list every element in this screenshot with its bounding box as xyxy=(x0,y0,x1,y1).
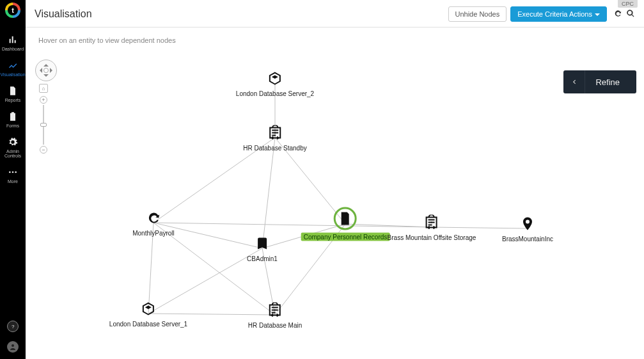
execute-criteria-actions-button[interactable]: Execute Criteria Actions xyxy=(510,6,607,22)
app-logo xyxy=(5,3,20,18)
pan-down-icon[interactable] xyxy=(43,74,49,79)
pan-left-icon[interactable] xyxy=(37,68,42,73)
graph-node-label: HR Database Main xyxy=(248,322,302,329)
sidebar-item-admin[interactable]: Admin Controls xyxy=(0,132,26,162)
more-icon xyxy=(8,167,18,177)
cube-icon xyxy=(266,70,284,88)
svg-point-0 xyxy=(9,172,11,173)
badge-icon xyxy=(253,235,271,253)
user-avatar-icon[interactable] xyxy=(7,341,19,353)
db-icon xyxy=(266,301,284,319)
sidebar-item-reports[interactable]: Reports xyxy=(0,81,26,106)
refine-label: Refine xyxy=(585,77,636,87)
sidebar-item-forms[interactable]: Forms xyxy=(0,106,26,132)
graph-node-cpr[interactable]: Company Personnel Records xyxy=(301,207,390,241)
graph-node-ldb1[interactable]: London Database Server_1 xyxy=(109,300,187,328)
graph-node-label: London Database Server_2 xyxy=(236,90,314,97)
svg-point-20 xyxy=(274,132,276,134)
page-header: Visualisation Unhide Nodes Execute Crite… xyxy=(26,5,644,28)
sidebar-item-label: Dashboard xyxy=(2,47,24,51)
graph-node-label: Company Personnel Records xyxy=(301,233,390,241)
db-icon xyxy=(423,214,441,232)
chevron-left-icon xyxy=(563,70,585,93)
sidebar-item-label: Forms xyxy=(6,124,19,128)
zoom-out-button[interactable]: − xyxy=(40,146,47,154)
sidebar-item-label: Visualisation xyxy=(0,72,25,77)
graph-node-bmi[interactable]: BrassMountainInc xyxy=(502,215,553,243)
graph-node-label: Brass Mountain Offsite Storage xyxy=(388,234,476,241)
svg-line-7 xyxy=(262,138,275,248)
graph-node-label: CBAdmin1 xyxy=(247,255,278,262)
graph-node-mpay[interactable]: MonthlyPayroll xyxy=(132,209,175,237)
zoom-track[interactable] xyxy=(43,105,44,145)
pin-icon xyxy=(519,215,537,233)
binfile-icon xyxy=(334,207,357,230)
file-icon xyxy=(8,86,18,96)
zoom-in-button[interactable]: + xyxy=(40,96,47,104)
svg-text:?: ? xyxy=(12,324,15,330)
search-icon[interactable] xyxy=(626,9,635,20)
help-icon[interactable]: ? xyxy=(7,321,19,332)
pan-right-icon[interactable] xyxy=(50,68,55,73)
clipboard-icon xyxy=(8,111,18,122)
graph-node-cbad[interactable]: CBAdmin1 xyxy=(247,235,278,262)
sidebar-item-visualisation[interactable]: Visualisation xyxy=(0,55,26,81)
sidebar-item-label: Admin Controls xyxy=(0,149,26,158)
graph-node-bmos[interactable]: Brass Mountain Offsite Storage xyxy=(388,214,476,241)
graph-node-label: London Database Server_1 xyxy=(109,321,187,328)
graph-canvas[interactable]: Hover on an entity to view dependent nod… xyxy=(26,28,644,359)
graph-node-label: MonthlyPayroll xyxy=(132,230,175,237)
sidebar-item-label: Reports xyxy=(5,98,21,102)
svg-point-2 xyxy=(15,172,17,173)
svg-point-4 xyxy=(12,344,14,347)
trend-icon xyxy=(8,60,18,70)
graph-node-label: HR Database Standby xyxy=(243,145,307,152)
pan-control[interactable] xyxy=(35,60,57,81)
cycle-icon xyxy=(145,209,162,227)
sidebar: Dashboard Visualisation Reports Forms Ad… xyxy=(0,0,26,359)
graph-node-ldb2[interactable]: London Database Server_2 xyxy=(236,70,314,97)
gear-icon xyxy=(8,137,18,147)
svg-point-1 xyxy=(12,172,14,173)
unhide-nodes-button[interactable]: Unhide Nodes xyxy=(448,6,507,22)
graph-node-label: BrassMountainInc xyxy=(502,235,553,243)
sidebar-item-label: More xyxy=(8,179,18,184)
graph-node-hrsb[interactable]: HR Database Standby xyxy=(243,124,307,152)
sidebar-item-more[interactable]: More xyxy=(0,162,26,187)
cube-icon xyxy=(139,300,157,318)
db-icon xyxy=(266,124,284,142)
pan-up-icon[interactable] xyxy=(43,61,49,67)
zoom-control[interactable]: + − xyxy=(42,96,45,154)
page-title: Visualisation xyxy=(35,8,92,20)
refresh-icon[interactable] xyxy=(613,9,622,20)
svg-point-22 xyxy=(274,310,276,311)
svg-point-21 xyxy=(431,222,432,223)
fit-view-button[interactable]: ⌂ xyxy=(39,84,48,93)
sidebar-item-dashboard[interactable]: Dashboard xyxy=(0,29,26,55)
chart-bar-icon xyxy=(8,35,18,45)
zoom-handle[interactable] xyxy=(40,123,47,127)
graph-node-hrmn[interactable]: HR Database Main xyxy=(248,301,302,329)
refine-panel-toggle[interactable]: Refine xyxy=(563,70,636,93)
